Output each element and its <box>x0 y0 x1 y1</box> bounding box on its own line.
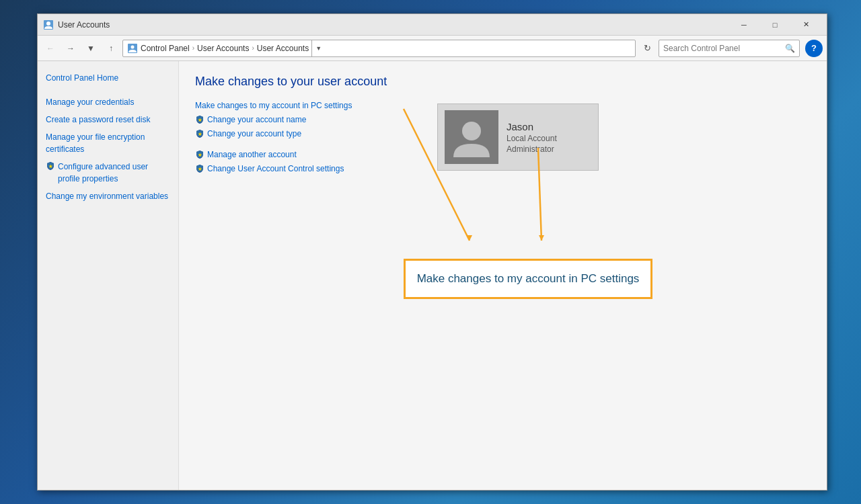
window-controls: ─ □ ✕ <box>728 14 821 36</box>
avatar <box>445 110 498 164</box>
avatar-icon <box>448 114 495 161</box>
link-change-name[interactable]: ★ Change your account name <box>195 114 306 124</box>
close-button[interactable]: ✕ <box>790 14 821 36</box>
title-bar: User Accounts ─ □ ✕ <box>38 14 827 36</box>
user-role: Local Account <box>507 134 557 143</box>
window-icon <box>43 19 54 30</box>
minimize-button[interactable]: ─ <box>728 14 759 36</box>
up-button[interactable]: ↑ <box>102 40 120 57</box>
shield-icon-manage: ★ <box>195 150 204 159</box>
svg-point-3 <box>131 45 135 48</box>
shield-icon-uac: ★ <box>195 164 204 173</box>
sidebar-item-password-reset[interactable]: Create a password reset disk <box>38 111 178 128</box>
user-info: Jason Local Account Administrator <box>507 121 557 154</box>
user-type: Administrator <box>507 144 557 154</box>
links-group-2: ★ Manage another account ★ Change User A… <box>195 149 410 173</box>
sidebar-item-manage-credentials[interactable]: Manage your credentials <box>38 93 178 111</box>
breadcrumb-user-accounts-2[interactable]: User Accounts <box>257 44 309 53</box>
forward-button[interactable]: → <box>62 40 79 57</box>
sidebar-item-control-panel-home[interactable]: Control Panel Home <box>38 69 178 87</box>
address-dropdown[interactable]: ▼ <box>311 40 325 57</box>
links-group-1: Make changes to my account in PC setting… <box>195 101 410 138</box>
window-title: User Accounts <box>58 20 728 30</box>
link-change-type[interactable]: ★ Change your account type <box>195 128 301 138</box>
link-pc-settings[interactable]: Make changes to my account in PC setting… <box>195 101 352 110</box>
svg-text:★: ★ <box>198 132 202 136</box>
search-box: 🔍 <box>659 40 800 57</box>
svg-text:★: ★ <box>198 167 202 171</box>
page-title: Make changes to your user account <box>195 75 811 89</box>
svg-marker-13 <box>539 235 544 241</box>
path-icon <box>127 43 138 54</box>
breadcrumb-control-panel[interactable]: Control Panel <box>141 44 190 53</box>
link-uac-settings[interactable]: ★ Change User Account Control settings <box>195 163 344 173</box>
shield-icon-advanced: ★ <box>46 161 55 171</box>
content-area: Make changes to your user account Make c… <box>179 61 827 490</box>
breadcrumb-user-accounts-1[interactable]: User Accounts <box>197 44 249 53</box>
address-bar: ← → ▼ ↑ Control Panel › User Accounts › … <box>38 36 827 61</box>
main-area: Control Panel Home Manage your credentia… <box>38 61 827 490</box>
link-manage-account[interactable]: ★ Manage another account <box>195 149 297 159</box>
main-window: User Accounts ─ □ ✕ ← → ▼ ↑ Control Pane… <box>37 13 827 491</box>
shield-icon-name: ★ <box>195 115 204 124</box>
sidebar-item-advanced-profile[interactable]: ★ Configure advanced user profile proper… <box>38 158 178 187</box>
shield-icon-type: ★ <box>195 129 204 138</box>
search-input[interactable] <box>663 44 785 53</box>
breadcrumb: Control Panel › User Accounts › User Acc… <box>122 40 636 57</box>
svg-point-1 <box>46 22 50 26</box>
back-button[interactable]: ← <box>42 40 59 57</box>
svg-point-9 <box>462 122 481 140</box>
svg-text:★: ★ <box>198 153 202 157</box>
sidebar-item-encryption[interactable]: Manage your file encryption certificates <box>38 128 178 158</box>
help-button[interactable]: ? <box>805 40 823 57</box>
callout-box: Make changes to my account in PC setting… <box>404 259 652 299</box>
svg-text:★: ★ <box>48 164 53 169</box>
callout-text: Make changes to my account in PC setting… <box>417 272 640 286</box>
user-card: Jason Local Account Administrator <box>437 103 599 171</box>
user-name: Jason <box>507 121 557 132</box>
sidebar: Control Panel Home Manage your credentia… <box>38 61 179 490</box>
maximize-button[interactable]: □ <box>759 14 790 36</box>
dropdown-button[interactable]: ▼ <box>82 40 100 57</box>
svg-text:★: ★ <box>198 118 202 122</box>
sidebar-item-env-variables[interactable]: Change my environment variables <box>38 187 178 205</box>
svg-marker-12 <box>467 235 472 241</box>
search-icon[interactable]: 🔍 <box>785 44 795 53</box>
refresh-button[interactable]: ↻ <box>638 40 656 57</box>
